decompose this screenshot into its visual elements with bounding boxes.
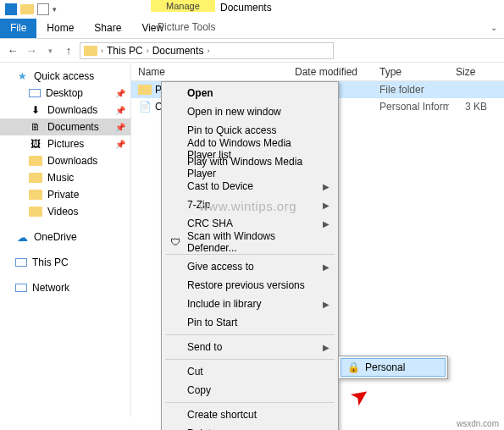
documents-icon: 🗎 bbox=[29, 121, 42, 133]
file-size: 3 KB bbox=[449, 101, 504, 113]
ctx-copy[interactable]: Copy bbox=[163, 381, 336, 400]
sidebar-item-private[interactable]: Private bbox=[0, 186, 130, 203]
ctx-delete[interactable]: Delete bbox=[163, 424, 336, 430]
sidebar-item-label: Downloads bbox=[47, 104, 97, 116]
ctx-scan-defender[interactable]: 🛡Scan with Windows Defender... bbox=[163, 233, 336, 251]
column-size[interactable]: Size bbox=[449, 66, 504, 78]
context-submenu: 🔒 Personal bbox=[338, 356, 448, 379]
qat-dropdown-icon[interactable]: ▾ bbox=[53, 5, 57, 14]
column-headers: Name Date modified Type Size bbox=[131, 63, 504, 81]
column-type[interactable]: Type bbox=[373, 66, 449, 78]
navigation-pane: ★ Quick access Desktop 📌 ⬇ Downloads 📌 🗎… bbox=[0, 63, 131, 416]
app-icon bbox=[5, 3, 17, 15]
folder-icon bbox=[84, 46, 97, 56]
separator bbox=[165, 334, 335, 335]
separator bbox=[165, 359, 335, 360]
sidebar-item-label: Videos bbox=[47, 206, 78, 218]
address-bar: ← → ▾ ↑ › This PC › Documents › bbox=[0, 39, 504, 63]
sidebar-item-label: Private bbox=[47, 189, 79, 201]
pin-icon: 📌 bbox=[115, 140, 125, 149]
chevron-right-icon: ▶ bbox=[323, 182, 330, 191]
column-name[interactable]: Name bbox=[131, 66, 288, 78]
properties-icon[interactable] bbox=[37, 3, 49, 15]
file-type: Personal Informati... bbox=[373, 101, 449, 113]
pictures-icon: 🖼 bbox=[29, 138, 42, 150]
sidebar-item-music[interactable]: Music bbox=[0, 169, 130, 186]
separator bbox=[165, 254, 335, 255]
sidebar-item-documents[interactable]: 🗎 Documents 📌 bbox=[0, 119, 130, 135]
tab-file[interactable]: File bbox=[0, 19, 36, 38]
network-icon bbox=[15, 284, 27, 292]
sidebar-item-thispc[interactable]: This PC bbox=[0, 254, 130, 271]
folder-icon bbox=[20, 4, 34, 14]
sidebar-item-pictures[interactable]: 🖼 Pictures 📌 bbox=[0, 135, 130, 152]
sidebar-item-downloads-2[interactable]: Downloads bbox=[0, 152, 130, 169]
ribbon-tabs: File Home Share View bbox=[0, 19, 504, 39]
column-date[interactable]: Date modified bbox=[288, 66, 373, 78]
folder-icon bbox=[29, 156, 42, 166]
ctx-send-to[interactable]: Send to▶ bbox=[163, 338, 336, 356]
ctx-include-library[interactable]: Include in library▶ bbox=[163, 295, 336, 313]
breadcrumb-documents[interactable]: Documents bbox=[152, 45, 204, 57]
ctx-pin-start[interactable]: Pin to Start bbox=[163, 313, 336, 332]
sidebar-item-label: Network bbox=[32, 282, 69, 294]
ctx-create-shortcut[interactable]: Create shortcut bbox=[163, 405, 336, 424]
sidebar-item-quick-access[interactable]: ★ Quick access bbox=[0, 68, 130, 85]
ctx-open[interactable]: Open bbox=[163, 84, 336, 102]
file-type: File folder bbox=[373, 84, 449, 96]
sidebar-item-desktop[interactable]: Desktop 📌 bbox=[0, 85, 130, 102]
ctx-restore-versions[interactable]: Restore previous versions bbox=[163, 276, 336, 295]
ctx-7zip[interactable]: 7-Zip▶ bbox=[163, 196, 336, 214]
sidebar-item-label: Desktop bbox=[46, 87, 83, 99]
sidebar-item-label: Pictures bbox=[47, 138, 84, 150]
chevron-right-icon: ▶ bbox=[323, 300, 330, 309]
back-button[interactable]: ← bbox=[5, 44, 20, 57]
chevron-right-icon: ▶ bbox=[323, 201, 330, 210]
chevron-right-icon[interactable]: › bbox=[147, 47, 149, 55]
lock-icon: 🔒 bbox=[346, 361, 360, 373]
breadcrumb-thispc[interactable]: This PC bbox=[107, 45, 143, 57]
sidebar-item-network[interactable]: Network bbox=[0, 279, 130, 296]
ctx-open-new-window[interactable]: Open in new window bbox=[163, 102, 336, 121]
footer-brand: wsxdn.com bbox=[457, 419, 499, 428]
ctx-personal[interactable]: 🔒 Personal bbox=[341, 358, 446, 377]
cloud-icon: ☁ bbox=[15, 231, 29, 243]
cert-icon: 📄 bbox=[138, 101, 152, 113]
folder-icon bbox=[29, 207, 42, 217]
chevron-right-icon[interactable]: › bbox=[207, 47, 209, 55]
pin-icon: 📌 bbox=[115, 106, 125, 115]
tool-tab[interactable]: Picture Tools bbox=[151, 19, 222, 36]
sidebar-item-label: OneDrive bbox=[34, 231, 77, 243]
sidebar-item-downloads[interactable]: ⬇ Downloads 📌 bbox=[0, 102, 130, 119]
pin-icon: 📌 bbox=[115, 89, 125, 98]
up-button[interactable]: ↑ bbox=[61, 44, 76, 57]
ribbon-chevron-icon[interactable]: ⌄ bbox=[490, 23, 497, 32]
ctx-cut[interactable]: Cut bbox=[163, 362, 336, 381]
star-icon: ★ bbox=[15, 70, 29, 82]
shield-icon: 🛡 bbox=[169, 236, 182, 248]
sidebar-item-videos[interactable]: Videos bbox=[0, 203, 130, 220]
sidebar-item-label: This PC bbox=[32, 256, 69, 268]
pc-icon bbox=[15, 258, 27, 267]
sidebar-item-onedrive[interactable]: ☁ OneDrive bbox=[0, 229, 130, 245]
folder-icon bbox=[29, 173, 42, 183]
folder-icon bbox=[29, 190, 42, 200]
recent-dropdown-icon[interactable]: ▾ bbox=[42, 47, 58, 55]
download-icon: ⬇ bbox=[29, 104, 42, 116]
tab-home[interactable]: Home bbox=[36, 19, 84, 38]
desktop-icon bbox=[29, 89, 41, 97]
tab-share[interactable]: Share bbox=[84, 19, 131, 38]
window-title: Documents bbox=[220, 2, 272, 14]
breadcrumb[interactable]: › This PC › Documents › bbox=[80, 42, 334, 59]
forward-button[interactable]: → bbox=[24, 44, 39, 57]
ctx-play-wmp[interactable]: Play with Windows Media Player bbox=[163, 158, 336, 177]
chevron-right-icon: ▶ bbox=[323, 219, 330, 229]
context-menu: Open Open in new window Pin to Quick acc… bbox=[161, 81, 339, 430]
chevron-right-icon: ▶ bbox=[323, 262, 330, 272]
chevron-right-icon: ▶ bbox=[323, 343, 330, 352]
chevron-right-icon[interactable]: › bbox=[101, 47, 103, 55]
pin-icon: 📌 bbox=[115, 123, 125, 132]
ctx-give-access[interactable]: Give access to▶ bbox=[163, 257, 336, 276]
ctx-cast-to-device[interactable]: Cast to Device▶ bbox=[163, 177, 336, 196]
folder-icon bbox=[138, 85, 152, 95]
